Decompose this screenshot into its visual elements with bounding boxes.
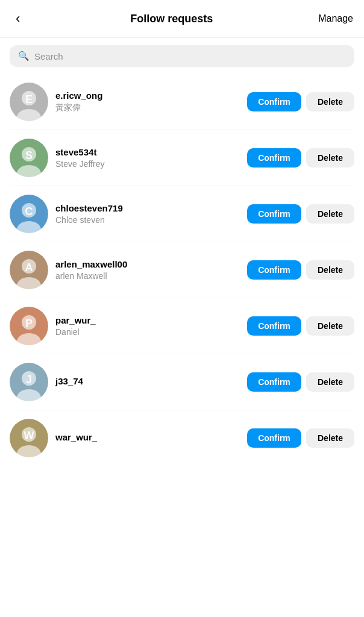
svg-text:C: C <box>25 205 33 218</box>
confirm-button[interactable]: Confirm <box>247 148 301 168</box>
action-buttons: Confirm Delete <box>247 428 354 448</box>
manage-button[interactable]: Manage <box>318 13 353 24</box>
user-info: war_wur_ <box>55 432 240 444</box>
username: steve534t <box>55 147 240 157</box>
display-name: Daniel <box>55 327 240 337</box>
svg-text:A: A <box>25 262 33 274</box>
username: war_wur_ <box>55 432 240 442</box>
avatar: C <box>10 195 48 233</box>
user-info: chloesteven719 Chloe steven <box>55 203 240 225</box>
action-buttons: Confirm Delete <box>247 204 354 224</box>
action-buttons: Confirm Delete <box>247 92 354 111</box>
request-item: A arlen_maxwell00 arlen Maxwell Confirm … <box>10 242 354 298</box>
request-item: E e.ricw_ong 黃家偉 Confirm Delete <box>10 74 354 130</box>
svg-text:J: J <box>26 374 32 386</box>
delete-button[interactable]: Delete <box>306 148 354 168</box>
search-placeholder: Search <box>34 51 63 61</box>
request-item: J j33_74 Confirm Delete <box>10 354 354 410</box>
delete-button[interactable]: Delete <box>306 204 354 224</box>
confirm-button[interactable]: Confirm <box>247 260 301 280</box>
avatar: W <box>10 419 48 457</box>
confirm-button[interactable]: Confirm <box>247 316 301 336</box>
page-title: Follow requests <box>130 13 213 25</box>
back-button[interactable]: ‹ <box>11 8 25 29</box>
action-buttons: Confirm Delete <box>247 316 354 336</box>
username: par_wur_ <box>55 315 240 325</box>
search-bar[interactable]: 🔍 Search <box>10 45 354 67</box>
request-item: W war_wur_ Confirm Delete <box>10 410 354 466</box>
svg-text:W: W <box>24 430 34 442</box>
svg-text:P: P <box>25 318 33 330</box>
username: arlen_maxwell00 <box>55 259 240 269</box>
display-name: 黃家偉 <box>55 102 240 113</box>
display-name: arlen Maxwell <box>55 271 240 281</box>
action-buttons: Confirm Delete <box>247 260 354 280</box>
username: j33_74 <box>55 376 240 386</box>
username: chloesteven719 <box>55 203 240 213</box>
action-buttons: Confirm Delete <box>247 372 354 392</box>
confirm-button[interactable]: Confirm <box>247 204 301 224</box>
delete-button[interactable]: Delete <box>306 260 354 280</box>
avatar: J <box>10 363 48 401</box>
user-info: arlen_maxwell00 arlen Maxwell <box>55 259 240 281</box>
user-info: e.ricw_ong 黃家偉 <box>55 90 240 113</box>
search-icon: 🔍 <box>18 51 30 61</box>
confirm-button[interactable]: Confirm <box>247 372 301 392</box>
username: e.ricw_ong <box>55 90 240 101</box>
avatar: A <box>10 251 48 289</box>
delete-button[interactable]: Delete <box>306 428 354 448</box>
user-info: steve534t Steve Jeffrey <box>55 147 240 169</box>
action-buttons: Confirm Delete <box>247 148 354 168</box>
request-item: C chloesteven719 Chloe steven Confirm De… <box>10 186 354 242</box>
confirm-button[interactable]: Confirm <box>247 92 301 111</box>
user-info: par_wur_ Daniel <box>55 315 240 337</box>
user-info: j33_74 <box>55 376 240 388</box>
request-item: P par_wur_ Daniel Confirm Delete <box>10 298 354 354</box>
display-name: Chloe steven <box>55 215 240 225</box>
delete-button[interactable]: Delete <box>306 92 354 111</box>
delete-button[interactable]: Delete <box>306 372 354 392</box>
svg-text:S: S <box>25 149 33 161</box>
svg-text:E: E <box>25 93 33 105</box>
request-item: S steve534t Steve Jeffrey Confirm Delete <box>10 130 354 186</box>
request-list: E e.ricw_ong 黃家偉 Confirm Delete S steve5… <box>0 74 364 466</box>
confirm-button[interactable]: Confirm <box>247 428 301 448</box>
header: ‹ Follow requests Manage <box>0 0 364 38</box>
delete-button[interactable]: Delete <box>306 316 354 336</box>
avatar: E <box>10 83 48 121</box>
avatar: P <box>10 307 48 345</box>
search-container: 🔍 Search <box>0 38 364 74</box>
avatar: S <box>10 139 48 177</box>
display-name: Steve Jeffrey <box>55 159 240 169</box>
